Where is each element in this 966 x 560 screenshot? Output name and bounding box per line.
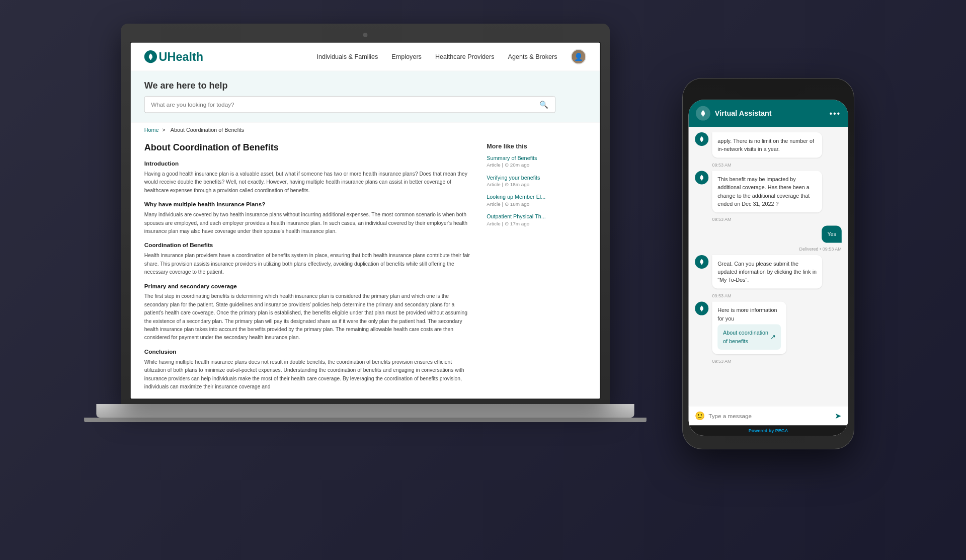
- chat-header: Virtual Assistant •••: [689, 100, 848, 127]
- article-text-intro: Having a good health insurance plan is a…: [144, 170, 473, 195]
- related-link-1[interactable]: Verifying your benefits: [487, 175, 586, 181]
- nav-agents[interactable]: Agents & Brokers: [508, 53, 557, 60]
- hero-title: We are here to help: [144, 81, 586, 91]
- message-row-3: Great. Can you please submit the updated…: [695, 255, 842, 289]
- phone-notch: [737, 85, 800, 97]
- breadcrumb-home[interactable]: Home: [144, 127, 159, 133]
- sidebar: More like this Summary of Benefits Artic…: [487, 142, 586, 398]
- svg-point-0: [150, 58, 151, 60]
- svg-point-4: [701, 264, 702, 265]
- message-bubble-3: Great. Can you please submit the updated…: [712, 255, 822, 289]
- send-button[interactable]: ➤: [835, 411, 842, 421]
- search-bar[interactable]: 🔍: [144, 96, 555, 113]
- related-link-0[interactable]: Summary of Benefits: [487, 155, 586, 162]
- breadcrumb-separator: >: [162, 127, 165, 133]
- laptop-screen: UHealth Individuals & Families Employers…: [130, 42, 601, 399]
- svg-point-3: [701, 179, 702, 180]
- scene: UHealth Individuals & Families Employers…: [57, 10, 909, 514]
- info-card-wrapper: Here is more information for you About c…: [712, 302, 811, 354]
- message-bubble-1: This benefit may be impacted by addition…: [712, 171, 822, 213]
- user-avatar[interactable]: 👤: [571, 49, 587, 64]
- site-logo: UHealth: [144, 50, 203, 64]
- chat-input[interactable]: [708, 413, 831, 420]
- message-row-2: Yes: [695, 225, 842, 243]
- article-title: About Coordination of Benefits: [144, 142, 473, 153]
- message-bubble-2: Yes: [822, 225, 842, 243]
- link-card[interactable]: About coordination of benefits ↗: [717, 325, 781, 350]
- message-time-0: 09:53 AM: [695, 162, 842, 167]
- message-bubble-0: apply. There is no limit on the number o…: [712, 132, 822, 157]
- bot-avatar-1: [695, 171, 708, 185]
- site-header: UHealth Individuals & Families Employers…: [131, 43, 600, 71]
- logo-text: UHealth: [159, 50, 203, 64]
- bot-avatar-0: [695, 132, 708, 146]
- phone: Virtual Assistant ••• apply. There is no…: [682, 78, 854, 449]
- article-section: About Coordination of Benefits Introduct…: [144, 142, 473, 398]
- laptop-camera: [363, 33, 368, 37]
- bot-avatar-3: [695, 255, 708, 269]
- chat-menu-button[interactable]: •••: [830, 109, 841, 118]
- nav-individuals[interactable]: Individuals & Families: [317, 53, 378, 60]
- related-meta-2: Article | ⊙ 18m ago: [487, 201, 586, 207]
- article-subtitle-primary: Primary and secondary coverage: [144, 282, 473, 289]
- svg-point-5: [701, 310, 702, 311]
- powered-by-text: Powered by: [749, 428, 774, 433]
- related-meta-3: Article | ⊙ 17m ago: [487, 221, 586, 227]
- logo-icon: [144, 50, 157, 63]
- article-subtitle-cob: Coordination of Benefits: [144, 242, 473, 249]
- laptop: UHealth Individuals & Families Employers…: [121, 24, 610, 431]
- message-time-3: 09:53 AM: [695, 293, 842, 298]
- breadcrumb-current: About Coordination of Benefits: [171, 127, 245, 133]
- chat-logo: [696, 106, 710, 121]
- bot-avatar-4: [695, 302, 708, 315]
- powered-by-bar: Powered by PEGA: [689, 425, 848, 436]
- article-subtitle-intro: Introduction: [144, 160, 473, 167]
- related-link-2[interactable]: Looking up Member El...: [487, 194, 586, 200]
- article-text-primary: The first step in coordinating benefits …: [144, 292, 473, 342]
- related-item-1: Verifying your benefits Article | ⊙ 18m …: [487, 175, 586, 188]
- article-text-why: Many individuals are covered by two heal…: [144, 210, 473, 235]
- powered-by-brand: PEGA: [775, 428, 788, 433]
- site-nav: Individuals & Families Employers Healthc…: [317, 49, 587, 64]
- link-card-label: About coordination of benefits: [723, 329, 770, 345]
- article-text-cob: Health insurance plan providers have a c…: [144, 251, 473, 276]
- chat-title: Virtual Assistant: [715, 109, 825, 117]
- laptop-foot: [84, 418, 647, 422]
- nav-employers[interactable]: Employers: [391, 53, 422, 60]
- related-item-3: Outpatient Physical Th... Article | ⊙ 17…: [487, 213, 586, 226]
- breadcrumb: Home > About Coordination of Benefits: [131, 122, 600, 138]
- laptop-base: [96, 404, 634, 418]
- message-time-4: 09:53 AM: [695, 359, 842, 364]
- website: UHealth Individuals & Families Employers…: [131, 43, 600, 398]
- delivered-text: Delivered • 09:53 AM: [695, 247, 842, 252]
- message-row-4: Here is more information for you About c…: [695, 302, 842, 354]
- search-icon: 🔍: [539, 100, 548, 109]
- hero-section: We are here to help 🔍: [131, 71, 600, 123]
- main-content: About Coordination of Benefits Introduct…: [131, 138, 600, 398]
- related-item-0: Summary of Benefits Article | ⊙ 20m ago: [487, 155, 586, 168]
- related-meta-1: Article | ⊙ 18m ago: [487, 182, 586, 188]
- message-row-0: apply. There is no limit on the number o…: [695, 132, 842, 157]
- external-link-icon: ↗: [770, 332, 776, 342]
- related-meta-0: Article | ⊙ 20m ago: [487, 162, 586, 168]
- related-item-2: Looking up Member El... Article | ⊙ 18m …: [487, 194, 586, 207]
- related-link-3[interactable]: Outpatient Physical Th...: [487, 213, 586, 220]
- laptop-body: UHealth Individuals & Families Employers…: [121, 24, 610, 404]
- emoji-button[interactable]: 🙂: [695, 411, 705, 421]
- message-row-1: This benefit may be impacted by addition…: [695, 171, 842, 213]
- article-subtitle-why: Why have multiple health insurance Plans…: [144, 201, 473, 208]
- message-time-1: 09:53 AM: [695, 217, 842, 222]
- search-input[interactable]: [151, 101, 539, 108]
- phone-screen: Virtual Assistant ••• apply. There is no…: [689, 100, 848, 436]
- article-text-conclusion: While having multiple health insurance p…: [144, 358, 473, 391]
- svg-point-1: [702, 115, 704, 117]
- nav-healthcare[interactable]: Healthcare Providers: [435, 53, 495, 60]
- svg-point-2: [701, 141, 702, 142]
- sidebar-title: More like this: [487, 142, 586, 149]
- article-subtitle-conclusion: Conclusion: [144, 348, 473, 355]
- info-text-message: Here is more information for you About c…: [712, 302, 786, 354]
- chat-input-area: 🙂 ➤: [689, 406, 848, 426]
- chat-messages: apply. There is no limit on the number o…: [689, 127, 848, 406]
- info-text: Here is more information for you: [717, 306, 781, 323]
